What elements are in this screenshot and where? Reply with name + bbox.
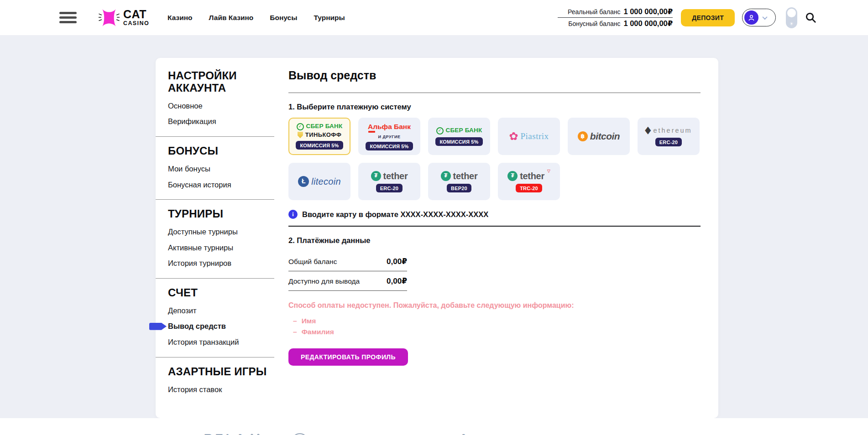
network-badge: ERC-20 <box>655 138 682 146</box>
profile-menu[interactable] <box>742 9 776 26</box>
step2-title: 2. Платёжные данные <box>288 236 701 245</box>
sberbank-check-icon: ✓ <box>297 123 304 130</box>
balance-block: Реальный баланс 1 000 000,00₽ Бонусный б… <box>558 6 673 29</box>
payment-method-ethereum[interactable]: ◆ ethereum ERC-20 <box>638 118 700 155</box>
divider <box>288 93 701 93</box>
tether-icon: ₮ <box>507 171 518 181</box>
relax-x-dots-icon <box>250 433 260 435</box>
account-sidebar: НАСТРОЙКИ АККАУНТА Основное Верификация … <box>156 69 274 397</box>
nav-item-live-casino[interactable]: Лайв Казино <box>209 14 254 22</box>
payment-method-sberbank[interactable]: ✓ СБЕР БАНК КОМИССИЯ 5% <box>428 118 490 155</box>
btg-badge-icon: BTG <box>292 433 308 435</box>
available-balance-label: Доступно для вывода <box>288 277 360 285</box>
divider <box>288 226 701 227</box>
tether-icon: ₮ <box>371 171 381 181</box>
sidebar-section-bonuses: БОНУСЫ Мои бонусы Бонусная история <box>156 145 274 200</box>
sidebar-item-main[interactable]: Основное <box>156 98 274 114</box>
main-area: НАСТРОЙКИ АККАУНТА Основное Верификация … <box>0 35 868 418</box>
tether-logo: ₮ tether ▽ <box>507 171 550 181</box>
alfa-bank-label: Альфа Банк <box>368 123 411 130</box>
payment-data-block: Общий баланс 0,00₽ Доступно для вывода 0… <box>288 252 407 291</box>
tether-label: tether <box>453 171 478 181</box>
tether-logo: ₮ tether <box>441 171 478 181</box>
missing-field-last-name: – Фамилия <box>293 326 701 337</box>
sidebar-item-tournament-history[interactable]: История турниров <box>156 255 274 271</box>
sidebar-section-title: АЗАРТНЫЕ ИГРЫ <box>156 366 270 378</box>
total-balance-row: Общий баланс 0,00₽ <box>288 252 407 271</box>
search-button[interactable] <box>805 11 817 24</box>
sidebar-section-title: СЧЕТ <box>156 287 270 299</box>
piastrix-label: Piastrix <box>521 132 549 141</box>
sidebar-section-title: ТУРНИРЫ <box>156 208 270 220</box>
card-format-note-text: Вводите карту в формате XXXX-XXXX-XXXX-X… <box>302 210 488 219</box>
payment-method-bitcoin[interactable]: ฿ bitcoin <box>568 118 630 155</box>
commission-badge: КОМИССИЯ 5% <box>366 142 413 150</box>
alfa-underline-icon <box>368 131 375 133</box>
available-balance-value: 0,00₽ <box>387 276 407 286</box>
sidebar-divider <box>156 357 274 357</box>
step1-title: 1. Выберите платежную систему <box>288 103 701 111</box>
payment-method-alfa-bank[interactable]: Альфа Банк И ДРУГИЕ КОМИССИЯ 5% <box>358 118 420 155</box>
search-icon <box>805 11 817 24</box>
payment-method-tether-erc20[interactable]: ₮ tether ERC-20 <box>358 163 420 200</box>
sidebar-item-bet-history[interactable]: История ставок <box>156 382 274 398</box>
sidebar-divider <box>156 199 274 200</box>
payment-methods-grid: ✓ СБЕР БАНК ТИНЬКОФФ КОМИССИЯ 5% Альфа Б… <box>288 118 701 200</box>
commission-badge: КОМИССИЯ 5% <box>296 141 343 150</box>
card-format-note: i Вводите карту в формате XXXX-XXXX-XXXX… <box>288 210 701 219</box>
sidebar-item-withdrawal[interactable]: Вывод средств <box>156 318 274 334</box>
missing-field-first-name: – Имя <box>293 316 701 326</box>
sidebar-item-deposit[interactable]: Депозит <box>156 303 274 319</box>
tinkoff-shield-icon <box>298 132 303 138</box>
ethereum-diamond-icon: ◆ <box>645 125 651 136</box>
network-badge: ERC-20 <box>376 184 403 192</box>
sidebar-item-transaction-history[interactable]: История транзакций <box>156 334 274 350</box>
payment-method-litecoin[interactable]: Ł litecoin <box>288 163 350 200</box>
sberbank-label: СБЕР БАНК <box>446 127 482 134</box>
sidebar-item-available-tournaments[interactable]: Доступные турниры <box>156 224 274 240</box>
sidebar-divider <box>156 136 274 137</box>
main-nav: Казино Лайв Казино Бонусы Турниры <box>167 14 345 22</box>
tether-icon: ₮ <box>441 171 451 181</box>
hamburger-menu-icon[interactable] <box>59 12 77 23</box>
real-balance-value: 1 000 000,00₽ <box>623 7 673 16</box>
theme-toggle[interactable]: ☀ <box>786 7 797 28</box>
payment-method-piastrix[interactable]: ✿ Piastrix <box>498 118 560 155</box>
edit-profile-button[interactable]: РЕДАКТИРОВАТЬ ПРОФИЛЬ <box>288 348 408 366</box>
bitcoin-label: bitcoin <box>590 131 620 141</box>
deposit-button[interactable]: ДЕПОЗИТ <box>681 9 735 26</box>
sidebar-item-bonus-history[interactable]: Бонусная история <box>156 177 274 193</box>
info-icon: i <box>288 210 298 219</box>
tether-logo: ₮ tether <box>371 171 408 181</box>
nav-item-bonuses[interactable]: Бонусы <box>270 14 297 22</box>
litecoin-icon: Ł <box>298 176 309 187</box>
cat-casino-logo[interactable]: CAT CASINO <box>99 8 149 28</box>
providers-footer: NETENT RELA GAMING BTG greentube GA <box>0 418 868 435</box>
payment-method-sber-tinkoff[interactable]: ✓ СБЕР БАНК ТИНЬКОФФ КОМИССИЯ 5% <box>288 118 350 155</box>
dash-bullet: – <box>293 326 297 337</box>
account-panel: НАСТРОЙКИ АККАУНТА Основное Верификация … <box>156 58 718 418</box>
sidebar-item-my-bonuses[interactable]: Мои бонусы <box>156 161 274 177</box>
nav-item-tournaments[interactable]: Турниры <box>314 14 345 22</box>
payment-method-tether-bep20[interactable]: ₮ tether BEP20 <box>428 163 490 200</box>
bonus-balance-value: 1 000 000,00₽ <box>623 19 673 28</box>
logo-title: CAT <box>123 9 149 20</box>
sidebar-item-verification[interactable]: Верификация <box>156 114 274 129</box>
missing-fields-list: – Имя – Фамилия <box>288 316 701 337</box>
tether-label: tether <box>520 171 544 181</box>
sidebar-item-label: Вывод средств <box>168 322 226 330</box>
error-message: Способ оплаты недоступен. Пожалуйста, до… <box>288 301 701 310</box>
sidebar-section-account: СЧЕТ Депозит Вывод средств История транз… <box>156 287 274 357</box>
missing-field-label: Имя <box>302 316 316 326</box>
tron-icon: ▽ <box>547 169 550 174</box>
real-balance-label: Реальный баланс <box>568 8 620 16</box>
toggle-knob <box>787 9 796 17</box>
sberbank-check-icon: ✓ <box>436 127 444 135</box>
litecoin-label: litecoin <box>311 176 341 186</box>
nav-item-casino[interactable]: Казино <box>167 14 193 22</box>
litecoin-logo: Ł litecoin <box>298 176 341 187</box>
sidebar-item-active-tournaments[interactable]: Активные турниры <box>156 240 274 256</box>
payment-method-tether-trc20[interactable]: ₮ tether ▽ TRC-20 <box>498 163 560 200</box>
person-icon <box>747 13 756 22</box>
dash-bullet: – <box>293 316 297 326</box>
